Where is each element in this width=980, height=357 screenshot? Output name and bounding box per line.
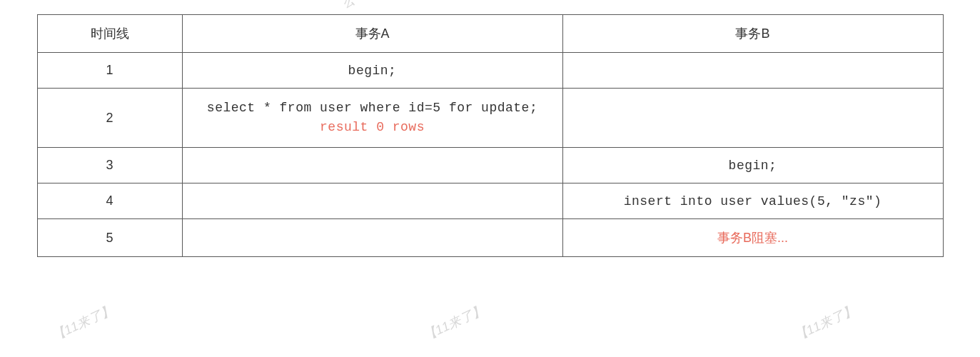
cell-txn-a: select * from user where id=5 for update… [182,89,562,148]
table-header-row: 时间线 事务A 事务B [37,15,943,53]
cell-timeline: 5 [37,219,182,257]
cell-txn-b [562,53,943,89]
code-text: begin; [729,159,777,173]
watermark: 【11来了】 [49,301,116,345]
code-text: insert into user values(5, "zs") [624,194,882,208]
code-text: select * from user where id=5 for update… [188,99,557,118]
table-row: 5 事务B阻塞... [37,219,943,257]
cell-txn-b: insert into user values(5, "zs") [562,183,943,219]
cell-txn-b: 事务B阻塞... [562,219,943,257]
cell-timeline: 4 [37,183,182,219]
header-txn-a: 事务A [182,15,562,53]
table-row: 1 begin; [37,53,943,89]
table-row: 2 select * from user where id=5 for upda… [37,89,943,148]
cell-txn-b: begin; [562,148,943,183]
header-timeline: 时间线 [37,15,182,53]
table-row: 4 insert into user values(5, "zs") [37,183,943,219]
cell-timeline: 3 [37,148,182,183]
transaction-table: 时间线 事务A 事务B 1 begin; 2 select * from use… [37,14,944,257]
cell-txn-a [182,183,562,219]
cell-txn-a [182,148,562,183]
code-text: begin; [348,64,397,78]
cell-txn-b [562,89,943,148]
header-txn-b: 事务B [562,15,943,53]
cell-txn-a: begin; [182,53,562,89]
block-text: 事务B阻塞... [717,231,788,245]
watermark: 【11来了】 [792,301,859,345]
watermark: 【11来了】 [420,301,488,345]
cell-timeline: 2 [37,89,182,148]
result-text: result 0 rows [188,118,557,137]
cell-txn-a [182,219,562,257]
watermark: 公 [340,0,358,12]
cell-timeline: 1 [37,53,182,89]
table-row: 3 begin; [37,148,943,183]
